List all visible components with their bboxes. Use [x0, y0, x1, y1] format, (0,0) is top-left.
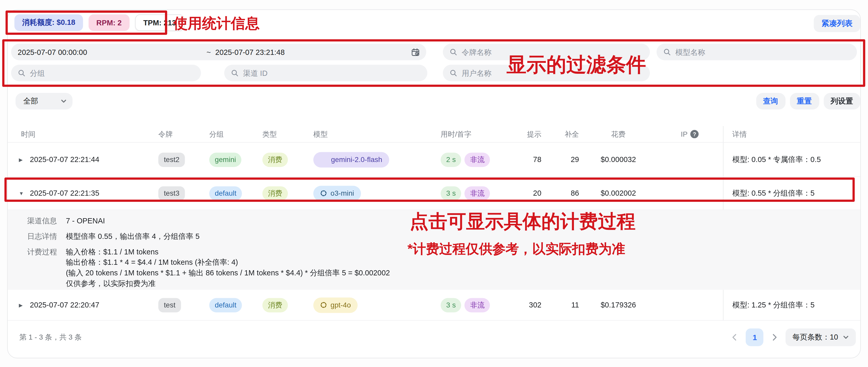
- header-quota: 花费: [580, 129, 653, 139]
- page-number-button[interactable]: 1: [746, 328, 764, 346]
- query-button[interactable]: 查询: [756, 93, 785, 109]
- user-name-field[interactable]: [443, 65, 650, 81]
- page-size-value: 每页条数：10: [792, 332, 838, 342]
- model-provider-icon: [320, 156, 328, 163]
- search-icon: [18, 69, 25, 77]
- page-summary: 第 1 - 3 条，共 3 条: [20, 332, 82, 342]
- next-page-icon[interactable]: [770, 333, 779, 342]
- row-time: 2025-07-07 22:21:35: [30, 189, 99, 198]
- token-badge[interactable]: test2: [158, 153, 185, 167]
- help-icon[interactable]: ?: [690, 130, 699, 138]
- user-name-input[interactable]: [462, 69, 643, 77]
- tpm-stat-badge[interactable]: TPM: 213: [135, 14, 184, 31]
- type-badge[interactable]: 消费: [262, 186, 288, 201]
- row-expander-icon[interactable]: ▶: [19, 157, 24, 162]
- model-badge[interactable]: gpt-4o: [313, 297, 358, 313]
- stream-badge: 非流: [465, 186, 490, 201]
- header-token: 令牌: [155, 129, 206, 139]
- row-time: 2025-07-07 22:21:44: [30, 155, 99, 164]
- group-badge[interactable]: default: [209, 298, 242, 312]
- billing-line: 输入价格：$1.1 / 1M tokens: [66, 247, 390, 257]
- model-name: gemini-2.0-flash: [331, 155, 382, 164]
- row-expander-icon[interactable]: ▼: [19, 191, 24, 196]
- column-settings-button[interactable]: 列设置: [824, 93, 860, 109]
- prompt-tokens: 302: [515, 301, 542, 309]
- channel-id-input[interactable]: [243, 69, 421, 77]
- header-completion: 补全: [542, 129, 580, 139]
- row-expander-icon[interactable]: ▶: [19, 302, 24, 308]
- group-badge[interactable]: gemini: [209, 153, 242, 167]
- page-size-select[interactable]: 每页条数：10: [786, 328, 856, 346]
- completion-tokens: 86: [542, 189, 580, 198]
- header-latency: 用时/首字: [437, 129, 515, 139]
- model-provider-icon: [320, 301, 327, 308]
- model-badge[interactable]: gemini-2.0-flash: [313, 152, 389, 167]
- pagination: 1 每页条数：10: [731, 328, 856, 346]
- token-name-input[interactable]: [462, 48, 643, 56]
- calendar-icon[interactable]: [411, 48, 420, 56]
- detail-text: 模型: 1.25 * 分组倍率：5: [723, 290, 860, 321]
- completion-tokens: 29: [542, 155, 580, 164]
- prev-page-icon[interactable]: [731, 333, 739, 342]
- prompt-tokens: 20: [515, 189, 542, 198]
- detail-text: 模型: 0.05 * 专属倍率：0.5: [723, 143, 860, 176]
- header-group: 分组: [206, 129, 259, 139]
- table-row[interactable]: ▶ 2025-07-07 22:21:44 test2 gemini 消费 ge…: [8, 143, 860, 177]
- quota-value: $0.000032: [580, 155, 653, 164]
- model-badge[interactable]: o3-mini: [313, 186, 361, 201]
- latency-badge: 3 s: [441, 298, 462, 312]
- quota-stat-badge[interactable]: 消耗额度: $0.18: [14, 14, 83, 31]
- header-type: 类型: [259, 129, 310, 139]
- search-icon: [663, 48, 671, 56]
- latency-badge: 3 s: [441, 186, 462, 201]
- model-name: gpt-4o: [330, 301, 351, 309]
- chevron-down-icon: [60, 98, 67, 105]
- table-row[interactable]: ▶ 2025-07-07 22:20:47 test default 消费 gp…: [8, 290, 860, 321]
- token-badge[interactable]: test: [158, 298, 181, 312]
- group-input[interactable]: [30, 69, 194, 77]
- expanded-billing-panel: 渠道信息 7 - OPENAI 日志详情 模型倍率 0.55，输出倍率 4，分组…: [8, 210, 860, 290]
- billing-line: (输入 20 tokens / 1M tokens * $1.1 + 输出 86…: [66, 268, 390, 278]
- quota-value: $0.002002: [580, 189, 653, 198]
- token-badge[interactable]: test3: [158, 186, 185, 201]
- prompt-tokens: 78: [515, 155, 542, 164]
- stream-badge: 非流: [465, 153, 490, 167]
- page-root: 消耗额度: $0.18 RPM: 2 TPM: 213 使用统计信息 紧凑列表 …: [0, 0, 868, 367]
- group-badge[interactable]: default: [209, 186, 242, 201]
- table-row[interactable]: ▼ 2025-07-07 22:21:35 test3 default 消费 o…: [8, 177, 860, 210]
- rpm-stat-badge[interactable]: RPM: 2: [89, 14, 129, 31]
- header-detail: 详情: [723, 126, 860, 142]
- header-time: 时间: [19, 129, 35, 139]
- billing-line: 输出价格：$1.1 * 4 = $4.4 / 1M tokens (补全倍率: …: [66, 257, 390, 268]
- type-badge[interactable]: 消费: [262, 153, 288, 167]
- compact-list-button[interactable]: 紧凑列表: [814, 15, 860, 32]
- date-range-field[interactable]: 2025-07-07 00:00:00 ~ 2025-07-07 23:21:4…: [11, 44, 426, 60]
- search-icon: [231, 69, 239, 77]
- token-name-field[interactable]: [443, 44, 650, 60]
- log-type-select[interactable]: 全部: [16, 93, 72, 109]
- model-name-input[interactable]: [676, 48, 850, 56]
- chevron-down-icon: [843, 334, 849, 341]
- type-badge[interactable]: 消费: [262, 298, 288, 312]
- channel-info-label: 渠道信息: [27, 215, 66, 226]
- model-name-field[interactable]: [657, 44, 857, 60]
- log-table: 时间 令牌 分组 类型 模型 用时/首字 提示 补全 花费 IP ? 详情 ▶ …: [8, 126, 860, 321]
- billing-process-label: 计费过程: [27, 247, 66, 289]
- channel-info-value: 7 - OPENAI: [66, 215, 105, 226]
- search-icon: [450, 48, 457, 56]
- header-model: 模型: [310, 129, 437, 139]
- reset-button[interactable]: 重置: [790, 93, 819, 109]
- latency-badge: 2 s: [441, 153, 462, 167]
- completion-tokens: 11: [542, 301, 580, 309]
- quota-value: $0.179326: [580, 301, 653, 309]
- group-field[interactable]: [11, 65, 201, 81]
- model-provider-icon: [320, 190, 327, 197]
- channel-id-field[interactable]: [224, 65, 427, 81]
- date-start-value[interactable]: 2025-07-07 00:00:00: [18, 48, 202, 56]
- detail-text: 模型: 0.55 * 分组倍率：5: [723, 177, 860, 210]
- usage-stats-row: 消耗额度: $0.18 RPM: 2 TPM: 213: [14, 14, 184, 31]
- table-header-row: 时间 令牌 分组 类型 模型 用时/首字 提示 补全 花费 IP ? 详情: [8, 126, 860, 143]
- date-end-value[interactable]: 2025-07-07 23:21:48: [215, 48, 285, 56]
- search-icon: [450, 69, 457, 77]
- log-type-select-value: 全部: [23, 96, 38, 106]
